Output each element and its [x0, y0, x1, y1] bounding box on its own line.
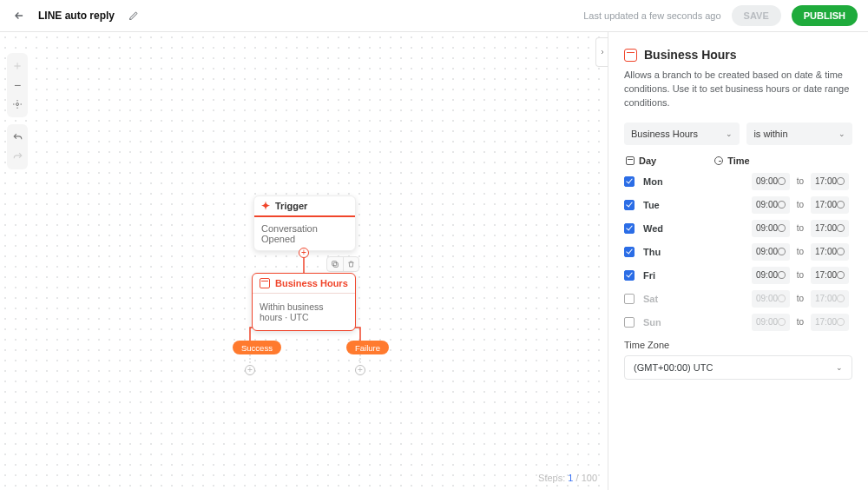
- day-checkbox[interactable]: [624, 294, 635, 304]
- clock-icon: [837, 248, 845, 255]
- add-after-failure-button[interactable]: +: [355, 365, 365, 375]
- calendar-icon: [260, 278, 270, 288]
- time-to-input[interactable]: 17:00: [811, 196, 849, 214]
- to-label: to: [795, 176, 806, 186]
- svg-rect-2: [332, 262, 337, 266]
- success-branch[interactable]: Success: [233, 341, 281, 354]
- to-label: to: [795, 223, 806, 233]
- clock-icon: [837, 318, 845, 326]
- time-from-input[interactable]: 09:00: [752, 220, 790, 237]
- zoom-in-button[interactable]: ＋: [7, 56, 28, 76]
- time-from-input[interactable]: 09:00: [752, 243, 790, 261]
- day-row: Tue09:00to17:00: [624, 196, 852, 214]
- redo-button[interactable]: [7, 147, 28, 166]
- clock-icon: [778, 177, 786, 185]
- to-label: to: [795, 247, 806, 256]
- day-row: Sun09:00to17:00: [624, 314, 852, 331]
- copy-node-button[interactable]: [327, 257, 343, 271]
- trigger-body: Conversation Opened: [254, 217, 355, 250]
- time-from-input[interactable]: 09:00: [752, 196, 790, 214]
- delete-node-button[interactable]: [343, 257, 358, 271]
- day-label: Tue: [643, 200, 667, 210]
- day-row: Sat09:00to17:00: [624, 290, 852, 308]
- business-hours-node[interactable]: Business Hours Within business hours · U…: [252, 273, 356, 331]
- back-button[interactable]: [10, 7, 28, 24]
- condition-type-select[interactable]: Business Hours⌄: [624, 122, 740, 145]
- time-to-input[interactable]: 17:00: [811, 173, 849, 190]
- day-label: Wed: [643, 223, 667, 234]
- day-row: Wed09:00to17:00: [624, 220, 852, 237]
- bh-body: Within business hours · UTC: [253, 294, 355, 330]
- calendar-icon: [626, 156, 635, 165]
- add-step-button[interactable]: +: [299, 248, 309, 258]
- timezone-select[interactable]: (GMT+00:00) UTC ⌄: [624, 355, 852, 380]
- fit-button[interactable]: [7, 95, 28, 114]
- day-checkbox[interactable]: [624, 200, 635, 210]
- save-button: SAVE: [732, 5, 781, 26]
- time-from-input: 09:00: [752, 314, 790, 331]
- panel-title: Business Hours: [624, 48, 852, 62]
- workspace: ＋ −: [0, 32, 868, 490]
- properties-panel: Business Hours Allows a branch to be cre…: [608, 32, 868, 490]
- clock-icon: [778, 248, 786, 255]
- clock-icon: [837, 295, 845, 302]
- to-label: to: [795, 200, 806, 209]
- time-to-input[interactable]: 17:00: [811, 267, 849, 284]
- time-from-input[interactable]: 09:00: [752, 267, 790, 284]
- day-label: Sun: [643, 317, 667, 328]
- clock-icon: [778, 224, 786, 232]
- day-row: Thu09:00to17:00: [624, 243, 852, 261]
- chevron-down-icon: ⌄: [836, 363, 843, 372]
- toolbox: ＋ −: [7, 53, 28, 169]
- day-checkbox[interactable]: [624, 270, 635, 281]
- failure-branch[interactable]: Failure: [346, 341, 389, 354]
- day-label: Thu: [643, 247, 667, 257]
- svg-point-0: [16, 103, 19, 106]
- clock-icon: [837, 177, 845, 185]
- clock-icon: [714, 156, 723, 165]
- page-title: LINE auto reply: [38, 10, 115, 22]
- time-to-input: 17:00: [811, 290, 849, 308]
- zoom-out-button[interactable]: −: [7, 76, 28, 95]
- clock-icon: [837, 201, 845, 209]
- day-label: Fri: [643, 270, 667, 281]
- last-updated: Last updated a few seconds ago: [583, 10, 720, 21]
- svg-rect-1: [333, 262, 338, 267]
- topbar: LINE auto reply Last updated a few secon…: [0, 0, 868, 32]
- chevron-down-icon: ⌄: [726, 129, 733, 138]
- node-actions: [326, 256, 359, 272]
- edit-icon[interactable]: [125, 7, 142, 24]
- clock-icon: [778, 295, 786, 302]
- calendar-icon: [624, 49, 637, 62]
- condition-operator-select[interactable]: is within⌄: [746, 122, 852, 145]
- clock-icon: [778, 318, 786, 326]
- bh-label: Business Hours: [275, 278, 348, 288]
- add-after-success-button[interactable]: +: [245, 365, 255, 375]
- collapse-panel-button[interactable]: [595, 37, 608, 67]
- timezone-label: Time Zone: [624, 340, 852, 350]
- undo-button[interactable]: [7, 128, 28, 147]
- publish-button[interactable]: PUBLISH: [792, 5, 858, 26]
- time-to-input[interactable]: 17:00: [811, 243, 849, 261]
- time-from-input[interactable]: 09:00: [752, 173, 790, 190]
- day-label: Mon: [643, 176, 667, 187]
- time-to-input[interactable]: 17:00: [811, 220, 849, 237]
- time-from-input: 09:00: [752, 290, 790, 308]
- trigger-node[interactable]: ✦ Trigger Conversation Opened: [253, 195, 356, 251]
- clock-icon: [778, 271, 786, 279]
- to-label: to: [795, 270, 806, 280]
- clock-icon: [837, 224, 845, 232]
- day-checkbox[interactable]: [624, 176, 635, 187]
- to-label: to: [795, 317, 806, 327]
- trigger-label: Trigger: [275, 201, 307, 211]
- day-checkbox[interactable]: [624, 223, 635, 234]
- clock-icon: [778, 201, 786, 209]
- time-to-input: 17:00: [811, 314, 849, 331]
- to-label: to: [795, 294, 806, 303]
- canvas[interactable]: ＋ −: [0, 32, 608, 490]
- day-checkbox[interactable]: [624, 317, 635, 328]
- day-checkbox[interactable]: [624, 247, 635, 257]
- column-headers: Day Time: [624, 156, 852, 166]
- day-row: Fri09:00to17:00: [624, 267, 852, 284]
- steps-counter: Steps: 1 / 100: [538, 473, 597, 483]
